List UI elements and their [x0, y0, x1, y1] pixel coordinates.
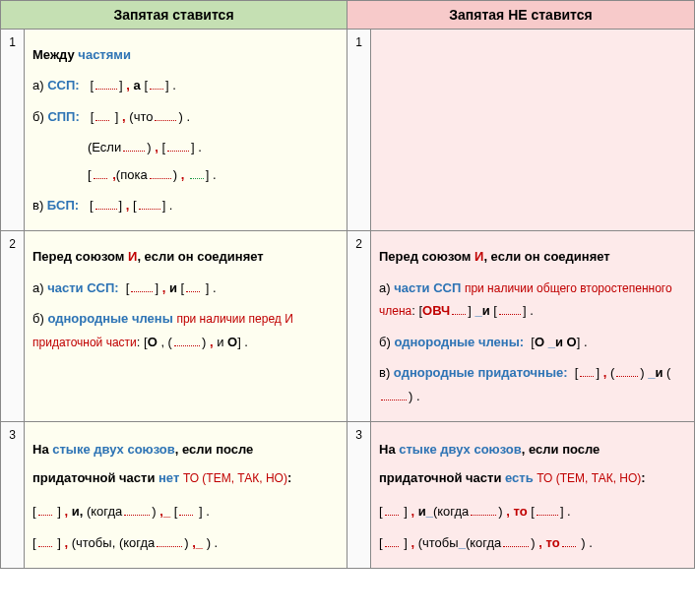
cell-2-left: Перед союзом И, если он соединяет а) час… — [25, 231, 348, 422]
cell-1-left: Между частями а) ССП: [] , а [] . б) СПП… — [25, 30, 348, 231]
row-num: 1 — [1, 30, 25, 231]
row-num: 3 — [1, 422, 25, 569]
cell-3-left: На стыке двух союзов, если после придато… — [25, 422, 348, 569]
header-left: Запятая ставится — [1, 1, 348, 30]
row-num: 2 — [1, 231, 25, 422]
cell-1-right — [371, 30, 695, 231]
cell-2-right: Перед союзом И, если он соединяет а) час… — [371, 231, 695, 422]
row-num: 2 — [348, 231, 371, 422]
header-right: Запятая НЕ ставится — [348, 1, 695, 30]
cell-3-right: На стыке двух союзов, если после придато… — [371, 422, 695, 569]
row-num: 1 — [348, 30, 371, 231]
row-num: 3 — [348, 422, 371, 569]
grammar-table: Запятая ставится Запятая НЕ ставится 1 М… — [0, 0, 695, 569]
